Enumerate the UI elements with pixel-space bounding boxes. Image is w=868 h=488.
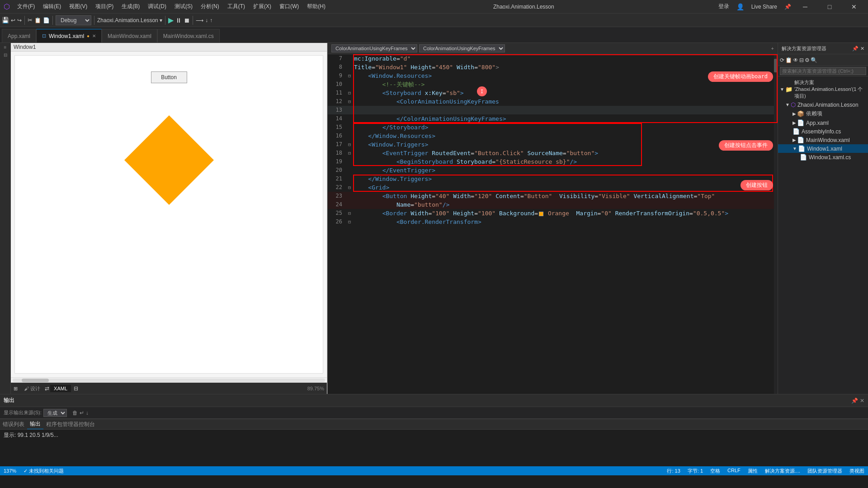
menu-extensions[interactable]: 扩展(X) [250, 2, 275, 11]
tree-mainwindow-xaml[interactable]: ▶ 📄 MainWindow.xaml [778, 136, 868, 144]
design-view-btn[interactable]: 🖌 设计 [20, 384, 44, 393]
menu-debug[interactable]: 调试(D) [144, 2, 170, 11]
design-button[interactable]: Button [151, 71, 187, 83]
code-line-25: 25 ⊟ <Border Width="100" Height="100" Ba… [328, 209, 778, 218]
diamond-shape [124, 115, 214, 205]
split-view-icon[interactable]: ⊟ [74, 385, 78, 392]
swap-view-icon[interactable]: ⇄ [45, 385, 49, 392]
tree-solution-root[interactable]: ▼ 📁 解决方案 'Zhaoxi.Animation.Lesson'(1 个项目… [778, 78, 868, 100]
toolbar-paste-icon[interactable]: 📄 [43, 17, 50, 24]
solution-search-input[interactable] [780, 67, 866, 75]
code-line-23: 23 <Button Height="40" Width="120" Conte… [328, 192, 778, 200]
xaml-view-btn[interactable]: XAML [50, 385, 71, 392]
tab-package-manager[interactable]: 程序包管理器控制台 [43, 420, 98, 429]
step-into-icon[interactable]: ↓ [205, 17, 208, 24]
output-wrap-icon[interactable]: ↵ [80, 410, 84, 416]
se-filter-icon[interactable]: 🔍 [811, 57, 817, 63]
code-line-17: 17 ⊟ <Window.Triggers> [328, 140, 778, 149]
se-properties-icon[interactable]: 📋 [785, 57, 792, 63]
menu-file[interactable]: 文件(F) [14, 2, 38, 11]
tree-assemblyinfo[interactable]: 📄 AssemblyInfo.cs [778, 127, 868, 136]
se-show-all-icon[interactable]: 👁 [793, 57, 798, 63]
pause-icon[interactable]: ⏸ [175, 17, 182, 24]
menu-window[interactable]: 窗口(W) [276, 2, 302, 11]
code-selector-2[interactable]: ColorAnimationUsingKeyFrames [419, 44, 505, 52]
menu-build[interactable]: 生成(B) [118, 2, 143, 11]
output-scroll-icon[interactable]: ↓ [86, 410, 89, 416]
pin-panel-icon[interactable]: 📌 [852, 46, 859, 52]
code-line-16: 16 </Window.Resources> [328, 132, 778, 140]
close-panel-icon[interactable]: ✕ [860, 46, 864, 52]
code-content[interactable]: 创建关键帧动画board 创建按钮点击事件 创建按钮 I 7 mc:Ignora… [328, 54, 778, 394]
expand-all-icon[interactable]: ≡ [4, 45, 7, 50]
vertical-scrollbar[interactable] [774, 54, 778, 394]
bottom-panel-pin[interactable]: 📌 [851, 398, 858, 404]
annotation-event: 创建按钮点击事件 [719, 140, 773, 151]
status-team-explorer[interactable]: 团队资源管理器 [807, 468, 842, 474]
se-sync-icon[interactable]: ⟳ [780, 57, 784, 63]
app-title: Zhaoxi.Animation.Lesson [493, 4, 554, 10]
tab-app-xaml[interactable]: App.xaml [2, 29, 36, 43]
code-line-20: 20 </EventTrigger> [328, 166, 778, 175]
output-clear-icon[interactable]: 🗑 [72, 410, 78, 416]
toolbar-undo-icon[interactable]: ↩ [11, 17, 15, 24]
collapse-icon[interactable]: ⊟ [4, 52, 7, 57]
status-solution-explorer[interactable]: 解决方案资源.... [765, 468, 800, 474]
close-button[interactable]: ✕ [844, 0, 864, 14]
solution-explorer-panel: 解决方案资源管理器 📌 ✕ ⟳ 📋 👁 ⊟ ⚙ 🔍 ▼ 📁 解决方案 'Zha [778, 43, 868, 394]
toolbar-redo-icon[interactable]: ↪ [17, 17, 22, 24]
annotation-button: 创建按钮 [741, 180, 773, 190]
menu-tools[interactable]: 工具(T) [224, 2, 249, 11]
maximize-button[interactable]: □ [819, 0, 840, 14]
tab-icon: ⊡ [42, 33, 46, 39]
se-collapse-icon[interactable]: ⊟ [799, 57, 804, 63]
tab-app-xaml-label: App.xaml [8, 33, 30, 39]
add-code-btn[interactable]: + [771, 46, 774, 51]
bottom-panel-close[interactable]: ✕ [860, 398, 864, 404]
live-share-button[interactable]: Live Share [751, 4, 777, 10]
tree-window1-cs[interactable]: 📄 Window1.xaml.cs [778, 153, 868, 161]
menu-edit[interactable]: 编辑(E) [39, 2, 65, 11]
se-settings-icon[interactable]: ⚙ [805, 57, 810, 63]
debug-config-dropdown[interactable]: Debug Release [56, 15, 91, 25]
tab-close-button[interactable]: ✕ [92, 33, 96, 38]
step-out-icon[interactable]: ↑ [210, 17, 212, 24]
menu-view[interactable]: 视图(V) [66, 2, 91, 11]
minimize-button[interactable]: ─ [795, 0, 816, 14]
tree-project[interactable]: ▼ ⬡ Zhaoxi.Animation.Lesson [778, 100, 868, 109]
toolbar-cut-icon[interactable]: ✂ [28, 17, 33, 24]
menu-test[interactable]: 测试(S) [171, 2, 196, 11]
title-bar: ⬡ 文件(F) 编辑(E) 视图(V) 项目(P) 生成(B) 调试(D) 测试… [0, 0, 868, 14]
pin-icon[interactable]: 📌 [784, 4, 791, 10]
tab-output[interactable]: 输出 [27, 419, 43, 429]
toolbar-copy-icon[interactable]: 📋 [34, 17, 41, 24]
tab-window1-xaml[interactable]: ⊡ Window1.xaml ● ✕ [36, 29, 102, 43]
login-button[interactable]: 登录 [718, 3, 729, 10]
output-panel-title: 输出 [4, 397, 14, 404]
tree-window1-xaml[interactable]: ▼ 📄 Window1.xaml [778, 144, 868, 153]
code-selector-1[interactable]: ColorAnimationUsingKeyFrames [331, 44, 417, 52]
tab-mainwindow-xaml[interactable]: MainWindow.xaml [102, 29, 157, 43]
stop-icon[interactable]: ⏹ [184, 17, 190, 24]
menu-project[interactable]: 项目(P) [92, 2, 117, 11]
project-dropdown[interactable]: Zhaoxi.Animation.Lesson ▾ [97, 17, 162, 24]
bottom-tab-bar: 输出 📌 ✕ [0, 394, 868, 407]
toolbar-save-icon[interactable]: 💾 [2, 17, 9, 24]
tab-mainwindow-xaml-label: MainWindow.xaml [108, 33, 151, 39]
menu-analyze[interactable]: 分析(N) [197, 2, 223, 11]
tab-window1-xaml-label: Window1.xaml [49, 33, 84, 39]
play-button[interactable]: ▶ [168, 16, 174, 24]
code-line-24: 24 Name="button"/> [328, 200, 778, 209]
tree-dependencies[interactable]: ▶ 📦 依赖项 [778, 109, 868, 118]
separator-2 [52, 16, 53, 25]
step-over-icon[interactable]: ⟶ [196, 17, 203, 24]
code-line-10: 10 <!--关键帧--> [328, 80, 778, 89]
output-source-select[interactable]: 生成 [43, 409, 67, 417]
tab-error-list[interactable]: 错误列表 [0, 420, 27, 429]
status-class-view[interactable]: 类视图 [849, 468, 864, 474]
code-line-21: 21 </Window.Triggers> [328, 175, 778, 183]
user-icon[interactable]: 👤 [736, 3, 744, 10]
menu-help[interactable]: 帮助(H) [303, 2, 329, 11]
tab-mainwindow-cs[interactable]: MainWindow.xaml.cs [157, 29, 220, 43]
tree-app-xaml[interactable]: ▶ 📄 App.xaml [778, 118, 868, 127]
